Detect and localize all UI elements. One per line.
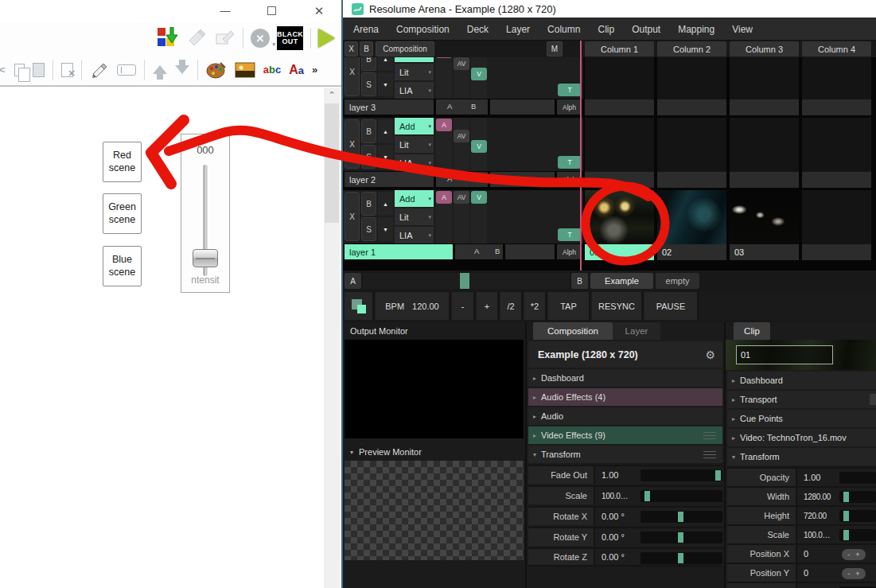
section-transform[interactable]: ▾Transform	[528, 446, 722, 463]
tab-layer[interactable]: Layer	[613, 322, 660, 340]
layer3-audio-button[interactable]: A	[436, 57, 452, 58]
toolbar-overflow-chevron[interactable]: »	[312, 64, 317, 76]
rename-scene-disabled-icon[interactable]	[215, 28, 236, 49]
clip-02-label[interactable]: 02	[657, 244, 726, 260]
layer2-av-button[interactable]: AV	[454, 130, 469, 142]
fader-handle[interactable]	[193, 249, 218, 267]
layer2-alpha-button[interactable]: Alph	[557, 172, 582, 187]
image-icon[interactable]	[235, 62, 255, 78]
param-slider[interactable]	[640, 552, 722, 564]
layer3-video-button[interactable]: V	[471, 68, 487, 80]
gear-icon[interactable]: ⚙	[705, 349, 715, 361]
layer3-blend-dropdown[interactable]: Add▾	[395, 57, 434, 62]
clear-dropdown-arrow-icon[interactable]: ▾	[272, 41, 275, 48]
clip-section-transform[interactable]: ▾Transform	[727, 448, 876, 465]
clip-01-thumbnail[interactable]	[585, 190, 654, 244]
bpm-half-button[interactable]: /2	[500, 292, 523, 320]
menu-arena[interactable]: Arena	[345, 21, 387, 37]
transport-t-button[interactable]	[870, 394, 876, 405]
section-dashboard[interactable]: ▸Dashboard	[528, 369, 722, 387]
move-down-icon[interactable]	[175, 65, 189, 74]
layer1-up-icon[interactable]: ▲	[378, 192, 393, 216]
menu-composition[interactable]: Composition	[387, 21, 458, 37]
deck-tab-empty[interactable]: empty	[656, 273, 699, 289]
edit-scene-disabled-icon[interactable]	[187, 28, 208, 49]
layer3-lit-dropdown[interactable]: Lit▾	[395, 64, 434, 80]
param-value[interactable]: 1.00	[602, 466, 618, 484]
layer3-name[interactable]: layer 3	[345, 99, 434, 115]
param-value[interactable]: 0.00 °	[602, 508, 625, 525]
menu-column[interactable]: Column	[539, 21, 589, 37]
layer1-s-button[interactable]: S	[361, 217, 376, 241]
preview-monitor-header[interactable]: ▾Preview Monitor	[343, 443, 525, 461]
move-up-icon[interactable]	[153, 65, 167, 74]
clip-slot[interactable]	[657, 57, 726, 115]
menu-mapping[interactable]: Mapping	[669, 21, 723, 37]
layer1-alpha-button[interactable]: Alph	[557, 244, 582, 259]
scenes-download-icon[interactable]	[158, 28, 180, 49]
pause-button[interactable]: PAUSE	[644, 292, 699, 320]
column-3-header[interactable]: Column 3	[730, 41, 799, 56]
bpm-display[interactable]: BPM120.00	[376, 292, 450, 320]
scroll-up-icon[interactable]: ⌃	[324, 88, 340, 103]
param-slider[interactable]	[839, 510, 876, 522]
param-slider[interactable]	[839, 529, 876, 541]
param-value[interactable]: 720.00	[804, 507, 827, 524]
layer2-x-button[interactable]: X	[345, 119, 360, 169]
layer2-b-button[interactable]: B	[361, 119, 376, 143]
layer3-crossfade-assign[interactable]: AB	[436, 99, 488, 115]
layer2-s-button[interactable]: S	[361, 145, 376, 169]
param-slider[interactable]	[640, 532, 722, 543]
clip-slot[interactable]	[730, 57, 799, 115]
tab-composition[interactable]: Composition	[533, 322, 613, 340]
clip-03-thumbnail[interactable]	[730, 190, 799, 244]
composition-b-button[interactable]: B	[360, 41, 373, 56]
layer2-blend-dropdown[interactable]: Add▾	[395, 118, 434, 134]
clip-slot[interactable]	[585, 118, 654, 188]
param-slider[interactable]	[640, 490, 722, 502]
clip-slot[interactable]	[585, 57, 654, 115]
font-icon[interactable]: Aa	[289, 63, 304, 77]
menu-output[interactable]: Output	[623, 21, 669, 37]
layer3-s-button[interactable]: S	[361, 72, 376, 96]
clip-02[interactable]: 02	[657, 190, 726, 260]
blue-scene-button[interactable]: Blue scene	[103, 246, 142, 286]
drag-handle-icon[interactable]	[703, 451, 716, 461]
vertical-scrollbar[interactable]: ⌃	[324, 88, 340, 588]
layer2-audio-button[interactable]: A	[436, 119, 452, 131]
param-value[interactable]: 1.00	[804, 469, 820, 486]
layer2-lit-dropdown[interactable]: Lit▾	[395, 136, 434, 153]
clip-slot[interactable]	[802, 190, 871, 260]
layer1-audio-button[interactable]: A	[436, 191, 452, 204]
param-value[interactable]: 0	[804, 564, 808, 582]
delete-icon[interactable]: ✕	[61, 63, 73, 77]
tap-button[interactable]: TAP	[548, 292, 590, 320]
layer3-lia-dropdown[interactable]: LIA▾	[395, 82, 434, 99]
clip-slot[interactable]	[730, 118, 799, 188]
clip-section-video[interactable]: ▸Video: TechnoTron_16.mov	[727, 429, 876, 446]
param-slider[interactable]	[839, 472, 876, 484]
collapse-icon[interactable]: ▾	[350, 449, 353, 456]
layer3-av-button[interactable]: AV	[454, 57, 469, 70]
section-video-effects[interactable]: ▸Video Effects (9)	[528, 426, 722, 444]
layer3-b-button[interactable]: B	[361, 57, 376, 71]
drag-handle-icon[interactable]	[703, 432, 716, 442]
layer2-video-button[interactable]: V	[471, 140, 487, 153]
clip-03-label[interactable]: 03	[730, 244, 799, 260]
tab-clip[interactable]: Clip	[734, 322, 770, 340]
layer2-lia-dropdown[interactable]: LIA▾	[395, 154, 434, 171]
layer1-t-button[interactable]: T	[558, 228, 582, 241]
clip-section-dashboard[interactable]: ▸Dashboard	[727, 372, 876, 389]
layer2-crossfade-assign[interactable]: AB	[436, 172, 488, 187]
param-value[interactable]: 0.00 °	[602, 528, 625, 546]
layer2-down-icon[interactable]: ▼	[378, 145, 393, 169]
layer1-blend-dropdown[interactable]: Add▾	[395, 190, 434, 207]
clip-slot[interactable]	[802, 118, 871, 188]
play-button[interactable]	[318, 29, 335, 48]
clip-01-label[interactable]: 01	[585, 244, 654, 260]
layer1-down-icon[interactable]: ▼	[378, 217, 393, 241]
param-value[interactable]: 100.0…	[602, 487, 628, 504]
position-y-stepper[interactable]: -+	[842, 568, 866, 579]
clip-section-transport[interactable]: ▸Transport	[727, 391, 876, 408]
layer1-lia-dropdown[interactable]: LIA▾	[395, 227, 434, 243]
